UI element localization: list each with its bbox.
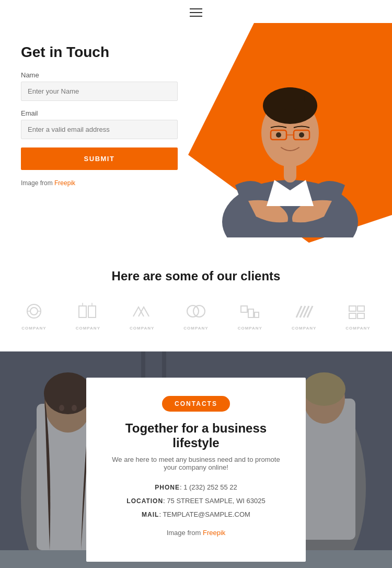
contacts-image-credit: Image from Freepik: [107, 529, 285, 537]
contacts-subtext: We are here to meet any business need an…: [107, 456, 285, 471]
mail-value: TEMPLATE@SAMPLE.COM: [163, 510, 250, 518]
submit-button[interactable]: SUBMIT: [21, 147, 178, 170]
list-item: COMPANY: [291, 302, 317, 331]
client-logo-text: COMPANY: [345, 326, 370, 331]
mail-label: MAIL: [142, 511, 159, 518]
contacts-heading: Together for a business lifestyle: [107, 421, 285, 450]
client-logo-text: COMPANY: [130, 326, 154, 331]
client-logo-text: COMPANY: [76, 326, 100, 331]
svg-rect-14: [79, 306, 86, 317]
svg-rect-29: [349, 313, 356, 319]
client-logo-text: COMPANY: [292, 326, 316, 331]
svg-rect-22: [255, 312, 259, 317]
list-item: COMPANY: [129, 302, 155, 331]
phone-label: PHONE: [155, 484, 180, 491]
client-logo-text: COMPANY: [183, 326, 208, 331]
email-input[interactable]: [21, 120, 178, 139]
list-item: COMPANY: [183, 302, 209, 331]
svg-rect-30: [358, 313, 364, 319]
hero-section: Get in Touch Name Email SUBMIT Image fro…: [0, 23, 392, 243]
clients-heading: Here are some of our clients: [21, 269, 371, 283]
svg-rect-15: [88, 306, 96, 317]
woman-image: [188, 28, 392, 237]
clients-section: Here are some of our clients COMPANY COM…: [0, 243, 392, 351]
freepik-link-2[interactable]: Freepik: [203, 529, 225, 537]
freepik-link[interactable]: Freepik: [54, 179, 75, 187]
client-logo-text: COMPANY: [21, 326, 46, 331]
svg-rect-20: [241, 306, 247, 312]
contact-form: Get in Touch Name Email SUBMIT Image fro…: [21, 44, 178, 187]
list-item: COMPANY: [345, 302, 371, 331]
hero-image-credit: Image from Freepik: [21, 179, 178, 187]
svg-point-11: [30, 308, 38, 315]
clients-logos: COMPANY COMPANY COMPANY: [21, 302, 371, 331]
list-item: COMPANY: [237, 302, 263, 331]
menu-icon[interactable]: [190, 8, 202, 17]
name-label: Name: [21, 71, 178, 79]
location-label: LOCATION: [126, 497, 163, 505]
contacts-section: CONTACTS Together for a business lifesty…: [0, 351, 392, 568]
svg-point-8: [276, 132, 281, 138]
email-label: Email: [21, 109, 178, 117]
svg-point-4: [275, 87, 305, 110]
svg-rect-27: [349, 306, 356, 311]
location-value: 75 STREET SAMPLE, WI 63025: [167, 497, 265, 505]
contacts-badge: CONTACTS: [162, 396, 230, 412]
location-row: LOCATION: 75 STREET SAMPLE, WI 63025: [107, 494, 285, 508]
phone-value: 1 (232) 252 55 22: [183, 483, 237, 491]
name-input[interactable]: [21, 82, 178, 101]
contact-info: PHONE: 1 (232) 252 55 22 LOCATION: 75 ST…: [107, 481, 285, 521]
svg-rect-21: [248, 309, 253, 317]
mail-row: MAIL: TEMPLATE@SAMPLE.COM: [107, 508, 285, 521]
list-item: COMPANY: [75, 302, 101, 331]
svg-point-9: [299, 132, 304, 138]
form-title: Get in Touch: [21, 44, 178, 61]
list-item: COMPANY: [21, 302, 47, 331]
svg-rect-28: [358, 306, 364, 311]
header: [0, 0, 392, 23]
client-logo-text: COMPANY: [238, 326, 262, 331]
contacts-card: CONTACTS Together for a business lifesty…: [86, 378, 306, 562]
phone-row: PHONE: 1 (232) 252 55 22: [107, 481, 285, 494]
